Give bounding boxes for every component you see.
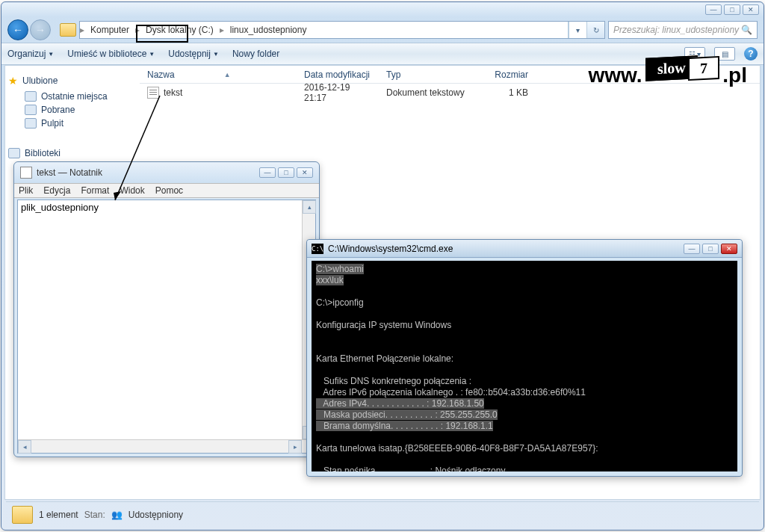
textfile-icon (147, 87, 159, 99)
notepad-maximize-button[interactable]: □ (278, 167, 294, 178)
notepad-window: tekst — Notatnik — □ ✕ Plik Edycja Forma… (13, 161, 320, 457)
file-date: 2016-12-19 21:17 (297, 82, 379, 103)
menu-format[interactable]: Format (81, 185, 109, 196)
col-date[interactable]: Data modyfikacji (297, 69, 379, 80)
statusbar: 1 element Stan: 👥 Udostępniony (6, 501, 759, 527)
menu-help[interactable]: Pomoc (155, 185, 183, 196)
breadcrumb-1[interactable]: Dysk lokalny (C:) (140, 25, 220, 35)
help-icon[interactable]: ? (744, 47, 758, 61)
share-button[interactable]: Udostępnij▼ (168, 49, 219, 59)
organize-button[interactable]: Organizuj▼ (7, 49, 54, 59)
col-type[interactable]: Typ (379, 69, 476, 80)
notepad-close-button[interactable]: ✕ (297, 167, 313, 178)
address-dropdown-icon[interactable]: ▾ (569, 22, 586, 38)
cmd-window: C:\ C:\Windows\system32\cmd.exe — □ ✕ C:… (306, 239, 743, 477)
close-button[interactable]: ✕ (743, 4, 759, 15)
col-size[interactable]: Rozmiar (476, 69, 536, 80)
explorer-window-controls: — □ ✕ (705, 4, 759, 15)
nav-back-button[interactable]: ← (7, 19, 28, 40)
notepad-menubar: Plik Edycja Format Widok Pomoc (14, 183, 319, 198)
sort-indicator-icon: ▲ (224, 71, 231, 78)
sidebar-item-desktop[interactable]: Pulpit (8, 117, 137, 130)
status-state-value: Udostępniony (128, 510, 183, 520)
refresh-icon[interactable]: ↻ (586, 22, 604, 38)
sidebar-item-downloads[interactable]: Pobrane (8, 103, 137, 117)
cmd-close-button[interactable]: ✕ (721, 244, 737, 254)
cmd-minimize-button[interactable]: — (684, 244, 700, 254)
column-headers: Nazwa▲ Data modyfikacji Typ Rozmiar (140, 66, 760, 84)
file-size: 1 KB (476, 87, 536, 98)
breadcrumb-0[interactable]: Komputer (84, 25, 135, 35)
newfolder-button[interactable]: Nowy folder (232, 49, 279, 59)
scroll-up-icon[interactable]: ▴ (303, 200, 316, 214)
star-icon: ★ (8, 75, 18, 87)
minimize-button[interactable]: — (705, 4, 722, 15)
search-placeholder: Przeszukaj: linux_udostepniony (613, 25, 739, 35)
search-input[interactable]: Przeszukaj: linux_udostepniony 🔍 (608, 21, 758, 39)
notepad-app-icon (20, 167, 32, 179)
notepad-title: tekst — Notatnik (37, 167, 102, 178)
explorer-titlebar: — □ ✕ (1, 2, 764, 17)
cmd-title: C:\Windows\system32\cmd.exe (328, 244, 453, 254)
explorer-toolbar: Organizuj▼ Umieść w bibliotece▼ Udostępn… (1, 43, 764, 65)
cmd-maximize-button[interactable]: □ (702, 244, 719, 254)
notepad-scrollbar-h[interactable]: ◂ ▸ (18, 439, 315, 453)
menu-file[interactable]: Plik (19, 185, 33, 196)
menu-edit[interactable]: Edycja (43, 185, 70, 196)
file-name: tekst (164, 87, 182, 98)
shared-icon: 👥 (111, 510, 123, 520)
sidebar-item-recent[interactable]: Ostatnie miejsca (8, 90, 137, 103)
statusbar-folder-icon (12, 506, 33, 524)
search-icon[interactable]: 🔍 (741, 25, 752, 35)
scroll-left-icon[interactable]: ◂ (18, 440, 31, 454)
notepad-titlebar: tekst — Notatnik — □ ✕ (14, 162, 319, 183)
menu-view[interactable]: Widok (120, 185, 144, 196)
folder-icon (60, 23, 76, 37)
breadcrumb-2[interactable]: linux_udostepniony (224, 25, 313, 35)
cmd-titlebar: C:\ C:\Windows\system32\cmd.exe — □ ✕ (307, 240, 742, 258)
file-row-0[interactable]: tekst 2016-12-19 21:17 Dokument tekstowy… (140, 84, 760, 102)
notepad-textarea[interactable]: plik_udostepniony ▴ ▾ ◂ ▸ (17, 200, 316, 454)
nav-forward-button[interactable]: → (30, 19, 51, 40)
downloads-icon (25, 105, 37, 115)
notepad-minimize-button[interactable]: — (259, 167, 276, 178)
cmd-app-icon: C:\ (312, 244, 323, 254)
sidebar-favorites-header[interactable]: ★Ulubione (8, 75, 137, 87)
recent-icon (25, 91, 37, 102)
cmd-console[interactable]: C:\>whoami xxx\luk C:\>ipconfig Konfigur… (312, 261, 737, 471)
file-type: Dokument tekstowy (379, 87, 476, 98)
notepad-content: plik_udostepniony (21, 202, 99, 213)
col-name[interactable]: Nazwa▲ (140, 69, 297, 80)
maximize-button[interactable]: □ (724, 4, 740, 15)
status-count: 1 element (39, 510, 78, 520)
sidebar-libraries-header[interactable]: Biblioteki (8, 148, 137, 158)
view-options-icon[interactable]: ☷ ▾ (684, 47, 705, 61)
scroll-right-icon[interactable]: ▸ (288, 440, 302, 454)
libraries-icon (8, 148, 20, 158)
preview-pane-icon[interactable]: ▤ (714, 47, 735, 61)
desktop-icon (25, 118, 37, 129)
address-bar[interactable]: ▸ Komputer ▸ Dysk lokalny (C:) ▸ linux_u… (79, 21, 605, 39)
explorer-navrow: ← → ▸ Komputer ▸ Dysk lokalny (C:) ▸ lin… (1, 17, 764, 43)
include-library-button[interactable]: Umieść w bibliotece▼ (67, 49, 155, 59)
status-state-label: Stan: (84, 510, 105, 520)
